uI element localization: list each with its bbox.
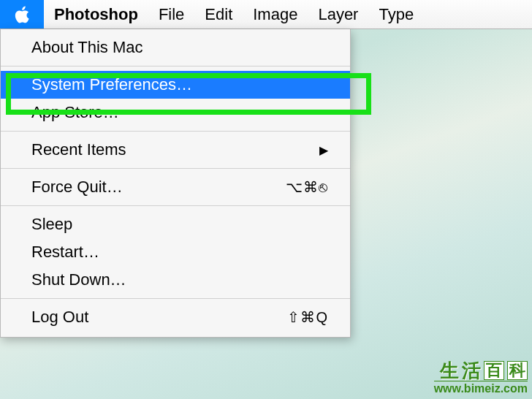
menu-item-system-preferences[interactable]: System Preferences… [1,71,350,99]
menubar-item-image[interactable]: Image [243,0,308,28]
menubar-item-layer[interactable]: Layer [308,0,368,28]
menu-shortcut: ⌥⌘⎋ [286,178,328,196]
menubar-item-file[interactable]: File [148,0,194,28]
menu-separator [1,205,350,206]
menubar-label: Photoshop [54,5,138,24]
watermark-char: 科 [507,361,528,380]
menubar: Photoshop File Edit Image Layer Type [0,0,532,29]
menubar-label: Type [379,5,414,24]
menu-separator [1,298,350,299]
menu-item-sleep[interactable]: Sleep [1,210,350,238]
menubar-label: File [159,5,184,24]
watermark-char: 百 [484,361,504,380]
menu-item-shut-down[interactable]: Shut Down… [1,266,350,294]
menu-item-label: System Preferences… [31,75,192,94]
watermark-char: 活 [462,361,481,380]
menu-item-force-quit[interactable]: Force Quit… ⌥⌘⎋ [1,173,350,201]
menu-item-recent-items[interactable]: Recent Items ▶ [1,136,350,164]
menubar-label: Edit [205,5,232,24]
menu-item-label: App Store… [31,103,119,122]
watermark: 生 活 百 科 www.bimeiz.com [434,361,528,395]
submenu-arrow-icon: ▶ [319,143,328,157]
menu-shortcut: ⇧⌘Q [287,308,328,326]
menu-item-label: About This Mac [31,38,142,57]
menu-item-label: Sleep [31,215,72,234]
menubar-item-photoshop[interactable]: Photoshop [44,0,148,28]
menu-item-label: Restart… [31,243,99,262]
menubar-item-edit[interactable]: Edit [194,0,243,28]
menu-item-label: Log Out [31,308,88,327]
apple-menu-button[interactable] [0,0,44,28]
menu-item-about-mac[interactable]: About This Mac [1,34,350,61]
menubar-label: Image [253,5,297,24]
menubar-label: Layer [318,5,358,24]
menu-separator [1,66,350,66]
menu-item-label: Shut Down… [31,270,126,289]
watermark-url: www.bimeiz.com [434,383,528,395]
menu-separator [1,168,350,169]
menubar-item-type[interactable]: Type [368,0,424,28]
menu-item-app-store[interactable]: App Store… [1,99,350,126]
menu-separator [1,131,350,132]
watermark-logo: 生 活 百 科 [434,361,528,380]
menu-item-label: Recent Items [31,140,126,159]
watermark-char: 生 [440,361,459,380]
menu-item-restart[interactable]: Restart… [1,238,350,266]
apple-dropdown-menu: About This Mac System Preferences… App S… [0,29,351,338]
menu-item-label: Force Quit… [31,178,123,197]
apple-icon [13,4,31,25]
menu-item-log-out[interactable]: Log Out ⇧⌘Q [1,303,350,331]
